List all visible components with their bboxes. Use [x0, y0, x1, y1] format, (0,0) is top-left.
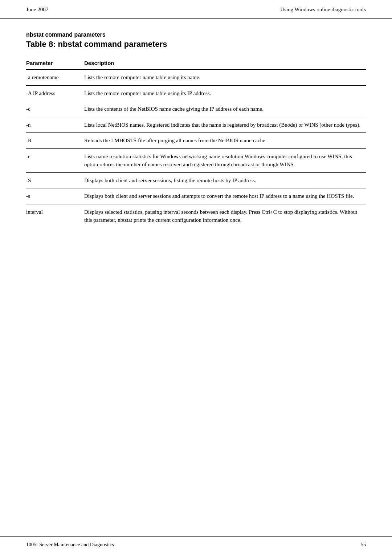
table-header-row: Parameter Description — [26, 58, 366, 69]
cell-parameter: -s — [26, 188, 84, 204]
cell-description: Lists the remote computer name table usi… — [84, 85, 366, 101]
table-row: -RReloads the LMHOSTS file after purging… — [26, 133, 366, 149]
cell-parameter: -r — [26, 148, 84, 172]
cell-parameter: -c — [26, 101, 84, 117]
table-row: -A IP addressLists the remote computer n… — [26, 85, 366, 101]
col-header-description: Description — [84, 58, 366, 69]
cell-description: Reloads the LMHOSTS file after purging a… — [84, 133, 366, 149]
cell-description: Displays selected statistics, pausing in… — [84, 204, 366, 228]
page: June 2007 Using Windows online diagnosti… — [0, 0, 392, 555]
cell-parameter: -a remotename — [26, 69, 84, 85]
params-table: Parameter Description -a remotenameLists… — [26, 58, 366, 228]
footer-left: 1005r Server Maintenance and Diagnostics — [26, 542, 114, 548]
table-row: -sDisplays both client and server sessio… — [26, 188, 366, 204]
cell-description: Lists the contents of the NetBIOS name c… — [84, 101, 366, 117]
table-row: -a remotenameLists the remote computer n… — [26, 69, 366, 85]
main-content: nbstat command parameters Table 8: nbsta… — [0, 19, 392, 250]
page-header: June 2007 Using Windows online diagnosti… — [0, 0, 392, 19]
header-title: Using Windows online diagnostic tools — [280, 7, 366, 13]
table-row: intervalDisplays selected statistics, pa… — [26, 204, 366, 228]
section-subtitle: nbstat command parameters — [26, 32, 366, 38]
cell-description: Lists name resolution statistics for Win… — [84, 148, 366, 172]
cell-parameter: -A IP address — [26, 85, 84, 101]
cell-parameter: -R — [26, 133, 84, 149]
table-row: -nLists local NetBIOS names. Registered … — [26, 117, 366, 133]
col-header-parameter: Parameter — [26, 58, 84, 69]
cell-parameter: -n — [26, 117, 84, 133]
cell-description: Lists the remote computer name table usi… — [84, 69, 366, 85]
table-row: -rLists name resolution statistics for W… — [26, 148, 366, 172]
header-date: June 2007 — [26, 7, 48, 13]
table-row: -cLists the contents of the NetBIOS name… — [26, 101, 366, 117]
cell-description: Displays both client and server sessions… — [84, 172, 366, 188]
footer-right: 55 — [361, 542, 366, 548]
page-footer: 1005r Server Maintenance and Diagnostics… — [0, 536, 392, 555]
cell-description: Lists local NetBIOS names. Registered in… — [84, 117, 366, 133]
table-row: -SDisplays both client and server sessio… — [26, 172, 366, 188]
cell-parameter: -S — [26, 172, 84, 188]
section-title: Table 8: nbstat command parameters — [26, 40, 366, 49]
cell-description: Displays both client and server sessions… — [84, 188, 366, 204]
cell-parameter: interval — [26, 204, 84, 228]
